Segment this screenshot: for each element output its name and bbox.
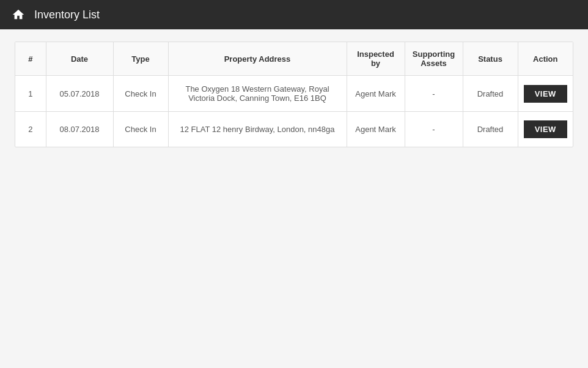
cell-address: 12 FLAT 12 henry Birdway, London, nn48ga: [168, 112, 347, 147]
cell-address: The Oxygen 18 Western Gateway, Royal Vic…: [168, 76, 347, 112]
table-row: 208.07.2018Check In12 FLAT 12 henry Bird…: [15, 112, 573, 147]
col-header-address: Property Address: [168, 42, 347, 76]
inventory-table: # Date Type Property Address Inspected b…: [15, 42, 573, 147]
cell-date: 05.07.2018: [46, 76, 113, 112]
cell-type: Check In: [113, 112, 168, 147]
col-header-num: #: [15, 42, 46, 76]
cell-status: Drafted: [463, 76, 518, 112]
cell-status: Drafted: [463, 112, 518, 147]
table-header-row: # Date Type Property Address Inspected b…: [15, 42, 573, 76]
view-button[interactable]: VIEW: [524, 85, 567, 103]
cell-num: 2: [15, 112, 46, 147]
col-header-action: Action: [518, 42, 573, 76]
col-header-status: Status: [463, 42, 518, 76]
cell-inspected-by: Agent Mark: [347, 112, 405, 147]
inventory-table-container: # Date Type Property Address Inspected b…: [15, 42, 573, 147]
cell-supporting-assets: -: [405, 112, 463, 147]
app-header: Inventory List: [0, 0, 588, 29]
home-icon: [10, 6, 27, 23]
cell-action: VIEW: [518, 76, 573, 112]
cell-num: 1: [15, 76, 46, 112]
table-row: 105.07.2018Check InThe Oxygen 18 Western…: [15, 76, 573, 112]
main-content: # Date Type Property Address Inspected b…: [0, 29, 588, 160]
view-button[interactable]: VIEW: [524, 120, 567, 138]
col-header-type: Type: [113, 42, 168, 76]
cell-inspected-by: Agent Mark: [347, 76, 405, 112]
cell-action: VIEW: [518, 112, 573, 147]
page-title: Inventory List: [34, 9, 100, 21]
col-header-supporting-assets: Supporting Assets: [405, 42, 463, 76]
cell-supporting-assets: -: [405, 76, 463, 112]
cell-date: 08.07.2018: [46, 112, 113, 147]
cell-type: Check In: [113, 76, 168, 112]
col-header-inspected-by: Inspected by: [347, 42, 405, 76]
col-header-date: Date: [46, 42, 113, 76]
